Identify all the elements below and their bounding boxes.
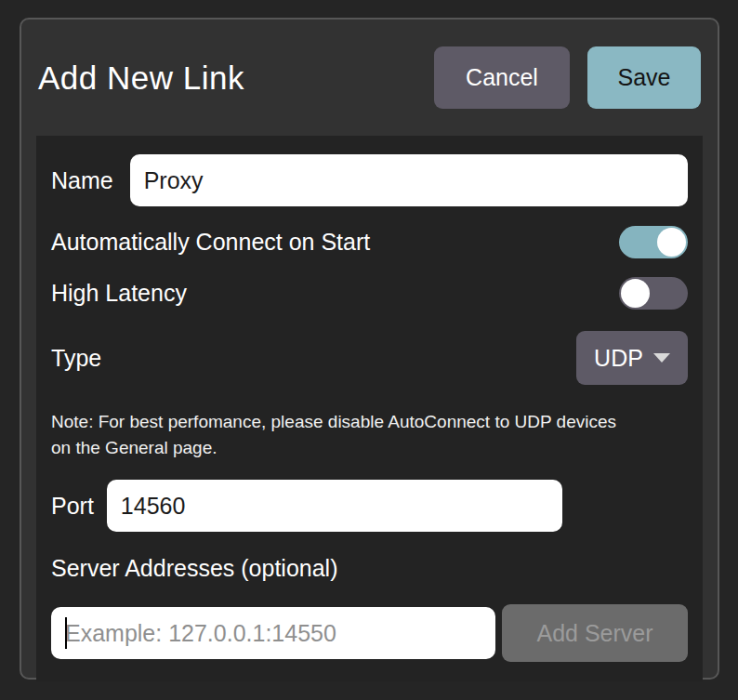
toggle-knob (621, 279, 650, 308)
auto-connect-row: Automatically Connect on Start (51, 226, 688, 258)
port-row: Port (51, 480, 688, 532)
add-server-button[interactable]: Add Server (502, 604, 688, 662)
high-latency-label: High Latency (51, 280, 187, 307)
cancel-button[interactable]: Cancel (434, 46, 570, 109)
server-addresses-label: Server Addresses (optional) (51, 554, 688, 582)
text-cursor (65, 617, 67, 649)
port-input[interactable] (107, 480, 562, 532)
udp-note-line2: on the General page. (51, 435, 688, 461)
name-label: Name (51, 167, 113, 194)
udp-note-line1: Note: For best perfomance, please disabl… (51, 409, 688, 435)
udp-note: Note: For best perfomance, please disabl… (51, 409, 688, 461)
auto-connect-toggle[interactable] (619, 226, 688, 258)
server-address-input[interactable] (51, 607, 495, 659)
link-settings-panel: Name Automatically Connect on Start High… (36, 136, 703, 681)
auto-connect-label: Automatically Connect on Start (51, 229, 370, 256)
port-label: Port (51, 493, 94, 520)
type-label: Type (51, 345, 101, 372)
server-input-wrap (51, 607, 495, 659)
high-latency-toggle[interactable] (619, 277, 688, 310)
add-link-dialog: Add New Link Cancel Save Name Automatica… (20, 18, 719, 680)
toggle-knob (657, 228, 686, 257)
type-dropdown[interactable]: UDP (576, 331, 688, 385)
save-button[interactable]: Save (587, 46, 701, 109)
high-latency-row: High Latency (51, 277, 688, 310)
header-buttons: Cancel Save (434, 46, 701, 109)
name-row: Name (51, 154, 688, 206)
type-row: Type UDP (51, 331, 688, 385)
dialog-header: Add New Link Cancel Save (36, 20, 703, 136)
server-row: Add Server (51, 604, 688, 662)
name-input[interactable] (130, 154, 688, 206)
chevron-down-icon (653, 353, 670, 363)
dialog-title: Add New Link (38, 59, 244, 97)
type-dropdown-value: UDP (594, 345, 643, 372)
